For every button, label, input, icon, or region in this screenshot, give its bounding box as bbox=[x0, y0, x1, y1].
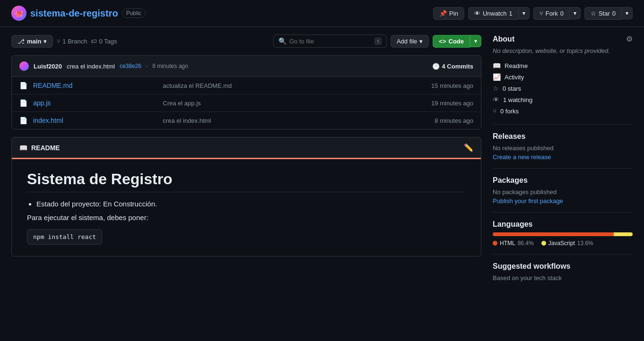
readme-link[interactable]: 📖 Readme bbox=[493, 60, 633, 71]
list-item: Estado del proyecto: En Construcción. bbox=[36, 200, 466, 208]
suggested-section: Suggested workflows Based on your tech s… bbox=[493, 262, 633, 281]
repo-title: 🐙 sistema-de-registro Public bbox=[11, 6, 146, 21]
fork-button-group: ⑂ Fork 0 ▾ bbox=[533, 7, 581, 20]
tags-link[interactable]: 🏷 0 Tags bbox=[91, 38, 117, 45]
activity-link[interactable]: 📈 Activity bbox=[493, 71, 633, 83]
tag-icon: 🏷 bbox=[91, 38, 97, 45]
code-icon: <> bbox=[439, 38, 446, 45]
html-percentage: 86.4% bbox=[518, 240, 534, 247]
table-row: 📄 README.md actualiza el README.md 15 mi… bbox=[12, 77, 481, 94]
branch-selector[interactable]: ⎇ main ▾ bbox=[11, 35, 53, 48]
create-release-link[interactable]: Create a new release bbox=[493, 153, 633, 161]
readme-section: 📖 README ✏️ Sistema de Registro Estado d… bbox=[11, 137, 481, 256]
code-button-group: <> Code ▾ bbox=[433, 35, 481, 48]
code-dropdown[interactable]: ▾ bbox=[470, 35, 481, 47]
js-dot bbox=[541, 241, 546, 246]
star-dropdown[interactable]: ▾ bbox=[621, 7, 633, 19]
activity-icon: 📈 bbox=[493, 73, 501, 81]
add-file-button[interactable]: Add file ▾ bbox=[391, 35, 429, 48]
about-title: About bbox=[493, 35, 514, 43]
file-name[interactable]: app.js bbox=[33, 99, 157, 107]
star-button[interactable]: ☆ Star 0 bbox=[584, 7, 621, 20]
branch-count-icon: ⑂ bbox=[57, 38, 61, 45]
releases-section: Releases No releases published Create a … bbox=[493, 132, 633, 161]
forks-link[interactable]: ⑂ 0 forks bbox=[493, 105, 633, 117]
file-commit-msg: actualiza el README.md bbox=[163, 82, 411, 89]
file-commit-msg: Crea el app.js bbox=[163, 100, 411, 107]
file-icon: 📄 bbox=[19, 82, 27, 89]
about-description: No description, website, or topics provi… bbox=[493, 47, 633, 54]
readme-para: Para ejecutar el sistema, debes poner: bbox=[27, 213, 466, 222]
html-dot bbox=[493, 241, 497, 246]
repo-name[interactable]: sistema-de-registro bbox=[30, 8, 118, 19]
file-icon: 📄 bbox=[19, 99, 27, 107]
code-block: npm install react bbox=[27, 229, 102, 245]
unwatch-button-group: 👁 Unwatch 1 ▾ bbox=[468, 7, 530, 20]
suggested-title: Suggested workflows bbox=[493, 262, 633, 271]
visibility-badge: Public bbox=[122, 9, 146, 18]
unwatch-dropdown[interactable]: ▾ bbox=[518, 7, 530, 19]
html-language-item[interactable]: HTML 86.4% bbox=[493, 240, 534, 247]
chevron-down-icon: ▾ bbox=[44, 38, 47, 45]
fork-button[interactable]: ⑂ Fork 0 bbox=[533, 7, 569, 20]
commits-count[interactable]: 🕐 4 Commits bbox=[432, 63, 473, 70]
gear-icon[interactable]: ⚙ bbox=[626, 34, 633, 43]
divider bbox=[493, 212, 633, 213]
packages-text: No packages published bbox=[493, 188, 633, 196]
search-icon: 🔍 bbox=[278, 37, 287, 45]
language-legend: HTML 86.4% JavaScript 13.6% bbox=[493, 240, 633, 247]
about-section: About ⚙ No description, website, or topi… bbox=[493, 34, 633, 117]
star-button-group: ☆ Star 0 ▾ bbox=[584, 7, 633, 20]
repo-avatar: 🐙 bbox=[11, 6, 26, 21]
readme-body: Sistema de Registro Estado del proyecto:… bbox=[12, 159, 481, 256]
fork-icon: ⑂ bbox=[493, 107, 496, 115]
right-panel: About ⚙ No description, website, or topi… bbox=[493, 34, 633, 285]
js-percentage: 13.6% bbox=[577, 240, 593, 247]
html-label: HTML bbox=[500, 240, 515, 247]
commit-header: Luisf2020 crea el index.html ce38e26 · 8… bbox=[12, 56, 481, 77]
book-icon: 📖 bbox=[19, 144, 27, 152]
file-name[interactable]: index.html bbox=[33, 117, 157, 124]
left-panel: ⎇ main ▾ ⑂ 1 Branch 🏷 0 Tags 🔍 t Add fil… bbox=[11, 34, 481, 285]
divider bbox=[493, 124, 633, 125]
unwatch-button[interactable]: 👁 Unwatch 1 bbox=[468, 7, 518, 20]
divider bbox=[493, 168, 633, 169]
pin-icon: 📌 bbox=[439, 10, 447, 17]
suggested-text: Based on your tech stack bbox=[493, 274, 633, 281]
releases-text: No releases published bbox=[493, 145, 633, 152]
file-time: 19 minutes ago bbox=[417, 100, 473, 107]
js-label: JavaScript bbox=[548, 240, 575, 247]
table-row: 📄 app.js Crea el app.js 19 minutes ago bbox=[12, 94, 481, 112]
publish-package-link[interactable]: Publish your first package bbox=[493, 197, 633, 205]
readme-list: Estado del proyecto: En Construcción. bbox=[36, 200, 466, 208]
search-bar[interactable]: 🔍 t bbox=[273, 34, 387, 48]
language-bar bbox=[493, 232, 633, 236]
star-icon: ☆ bbox=[493, 85, 499, 92]
keyboard-shortcut: t bbox=[374, 37, 382, 45]
stars-link[interactable]: ☆ 0 stars bbox=[493, 83, 633, 94]
book-icon: 📖 bbox=[493, 62, 501, 69]
html-bar-segment bbox=[493, 232, 614, 236]
js-language-item[interactable]: JavaScript 13.6% bbox=[541, 240, 593, 247]
divider bbox=[493, 254, 633, 255]
file-name[interactable]: README.md bbox=[33, 82, 157, 89]
branches-link[interactable]: ⑂ 1 Branch bbox=[57, 38, 87, 45]
author-avatar bbox=[19, 61, 29, 71]
branch-icon: ⎇ bbox=[17, 38, 25, 45]
readme-title: 📖 README bbox=[19, 144, 60, 152]
toolbar-row: ⎇ main ▾ ⑂ 1 Branch 🏷 0 Tags 🔍 t Add fil… bbox=[11, 34, 481, 48]
main-content: ⎇ main ▾ ⑂ 1 Branch 🏷 0 Tags 🔍 t Add fil… bbox=[0, 27, 644, 293]
pin-button[interactable]: 📌 Pin bbox=[433, 7, 464, 20]
file-icon: 📄 bbox=[19, 117, 27, 124]
fork-dropdown[interactable]: ▾ bbox=[569, 7, 581, 19]
watching-link[interactable]: 👁 1 watching bbox=[493, 94, 633, 105]
languages-title: Languages bbox=[493, 220, 633, 229]
search-input[interactable] bbox=[289, 38, 372, 45]
fork-icon: ⑂ bbox=[540, 10, 543, 17]
file-table: Luisf2020 crea el index.html ce38e26 · 8… bbox=[11, 55, 481, 129]
top-bar: 🐙 sistema-de-registro Public 📌 Pin 👁 Unw… bbox=[0, 0, 644, 27]
eye-icon: 👁 bbox=[493, 96, 499, 103]
edit-icon[interactable]: ✏️ bbox=[464, 143, 473, 152]
code-button[interactable]: <> Code bbox=[433, 35, 470, 48]
packages-title: Packages bbox=[493, 176, 633, 185]
